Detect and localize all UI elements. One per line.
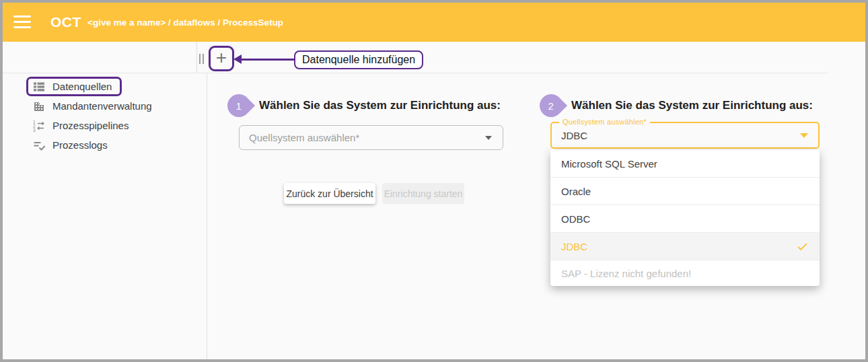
building-icon [32,100,46,113]
select-value: JDBC [561,130,800,141]
check-icon [796,240,809,253]
select-placeholder: Quellsystem auswählen* [249,132,485,143]
list-check-icon [32,139,46,152]
list-icon [32,80,46,94]
sidebar-divider [207,73,207,359]
breadcrumb: <give me a name> / dataflows / ProcessSe… [87,3,283,43]
plus-icon: + [216,48,227,67]
numbered-sync-icon: 123 [32,119,46,133]
select-floating-label: Quellsystem auswählen* [559,118,650,126]
sidebar-item-mandantenverwaltung[interactable]: Mandantenverwaltung [26,96,160,116]
step-1-badge: 1 [223,89,255,122]
chevron-down-icon [800,133,808,138]
sidebar-item-label: Datenquellen [52,81,112,92]
svg-text:3: 3 [33,127,36,132]
source-system-select[interactable]: Quellsystem auswählen* [239,125,503,150]
step-2-badge: 2 [535,89,567,122]
sidebar-nav: Datenquellen Mandantenverwaltung 123 Pro… [26,77,160,155]
top-app-bar: OCT <give me a name> / dataflows / Proce… [3,3,865,42]
source-system-options-list: Microsoft SQL Server Oracle ODBC JDBC SA… [550,150,820,286]
step-2-heading: Wählen Sie das System zur Einrichtung au… [571,99,813,112]
option-oracle[interactable]: Oracle [550,178,820,205]
sidebar-item-label: Prozesslogs [52,139,108,151]
toolbar-divider [3,73,828,73]
sidebar-item-datenquellen[interactable]: Datenquellen [26,77,122,96]
pane-resize-handle[interactable] [199,54,204,64]
option-odbc[interactable]: ODBC [550,205,820,233]
back-to-overview-button[interactable]: Zurück zur Übersicht [284,183,375,204]
chevron-down-icon [485,136,492,140]
app-title: OCT [50,3,81,42]
source-system-select-open[interactable]: Quellsystem auswählen* JDBC [550,122,820,149]
add-datasource-button[interactable]: + [209,46,234,71]
hamburger-menu-icon[interactable] [13,15,31,28]
start-setup-button[interactable]: Einrichtung starten [382,183,464,204]
pane-divider [196,42,197,73]
option-microsoft-sql-server[interactable]: Microsoft SQL Server [550,150,820,178]
sidebar-item-prozesspipelines[interactable]: 123 Prozesspipelines [26,116,137,135]
option-jdbc[interactable]: JDBC [550,233,820,260]
annotation-arrow-line [241,59,295,61]
annotation-callout: Datenquelle hinzufügen [294,50,423,69]
sidebar-item-label: Mandantenverwaltung [52,100,152,112]
step-1-heading: Wählen Sie das System zur Einrichtung au… [259,99,501,112]
sidebar-item-prozesslogs[interactable]: Prozesslogs [26,135,116,155]
sidebar-item-label: Prozesspipelines [52,120,129,131]
option-sap-disabled: SAP - Lizenz nicht gefunden! [550,260,820,286]
app-window: OCT <give me a name> / dataflows / Proce… [0,0,868,362]
